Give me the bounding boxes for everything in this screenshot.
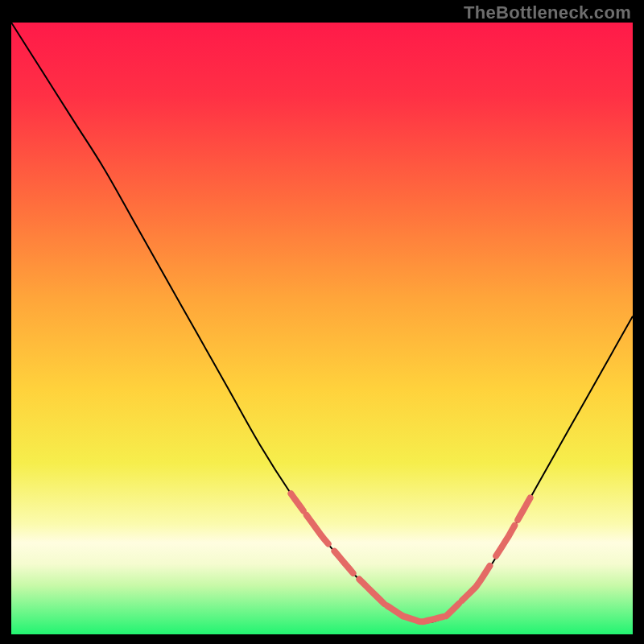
gradient-background bbox=[11, 23, 633, 634]
accent-dash bbox=[427, 617, 443, 621]
plot-area bbox=[11, 23, 633, 634]
chart-frame: TheBottleneck.com bbox=[0, 0, 644, 644]
bottleneck-chart-svg bbox=[11, 23, 633, 634]
watermark-text: TheBottleneck.com bbox=[464, 2, 631, 23]
